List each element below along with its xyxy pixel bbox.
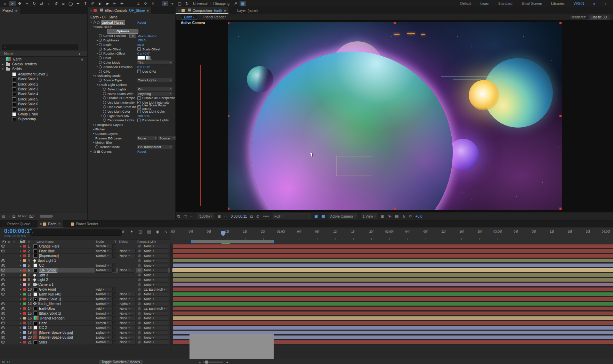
layer-label-chip[interactable] [23, 283, 26, 286]
shy-layers-icon[interactable]: ◫ [138, 229, 142, 234]
layer-row[interactable]: ▸17HazeScreen▾None▾@None▾ [0, 321, 170, 326]
stopwatch-icon[interactable] [103, 110, 106, 113]
dropdown[interactable]: Anything▾ [137, 91, 173, 96]
t-switch[interactable] [112, 312, 116, 315]
trkmat-dropdown[interactable]: None▾ [118, 325, 136, 330]
layer-name[interactable]: Earth Null (40) [39, 292, 61, 296]
timeline-tab-render-queue[interactable]: Render Queue [5, 220, 33, 227]
parent-dropdown[interactable]: None▾ [143, 316, 168, 321]
mode-dropdown[interactable]: Normal▾ [95, 292, 113, 297]
parent-pickwhip-icon[interactable]: @ [138, 288, 141, 291]
workspace-libraries[interactable]: Libraries [551, 2, 564, 6]
new-composition-icon[interactable]: ⬓ [12, 215, 15, 218]
property-value[interactable]: 0 x +0.0° [137, 65, 151, 69]
video-toggle[interactable] [0, 269, 6, 272]
video-toggle[interactable] [0, 274, 6, 276]
t-switch[interactable] [112, 244, 116, 248]
video-toggle[interactable] [0, 264, 6, 267]
timeline-button-icon[interactable]: ▤ [395, 214, 398, 219]
t-switch[interactable] [112, 292, 116, 296]
parent-pickwhip-icon[interactable]: @ [138, 297, 141, 301]
video-toggle[interactable] [0, 341, 6, 343]
property-value[interactable]: 150.0 [137, 38, 146, 42]
parent-pickwhip-icon[interactable]: @ [138, 254, 141, 258]
mode-dropdown[interactable]: Normal▾ [95, 311, 113, 316]
trkmat-dropdown[interactable]: None▾ [118, 292, 136, 297]
effect-controls-tab[interactable]: × Effect Controls OF_Shine ≡ [88, 7, 151, 14]
twirl-closed-icon[interactable]: ▸ [19, 302, 22, 305]
safe-zones-icon[interactable]: ⊞ [218, 214, 221, 219]
layer-duration-bar[interactable] [173, 244, 613, 248]
interpret-footage-icon[interactable]: ▤ [2, 215, 5, 218]
mode-dropdown[interactable]: Add▾ [95, 306, 113, 311]
video-toggle[interactable] [0, 278, 6, 281]
panel-menu-icon[interactable]: ≡ [15, 9, 17, 13]
trkmat-dropdown[interactable]: None▾ [118, 297, 136, 301]
workspace-vvs01[interactable]: VVS01 [573, 2, 584, 6]
video-toggle[interactable] [0, 331, 6, 334]
layer-name[interactable]: CC [39, 264, 44, 267]
stopwatch-icon[interactable] [103, 92, 106, 95]
t-switch[interactable] [112, 254, 116, 258]
parent-dropdown[interactable]: None▾ [143, 325, 168, 330]
draft-3d-icon[interactable]: ✦ [130, 229, 133, 234]
parent-dropdown[interactable]: None▾ [143, 249, 168, 253]
layer-duration-bar[interactable] [173, 288, 613, 291]
project-item[interactable]: Earth⋔ [0, 57, 87, 62]
project-item[interactable]: Black Solid 7 [0, 107, 87, 112]
panel-menu-icon[interactable]: ≡ [58, 222, 61, 226]
composition-canvas[interactable] [228, 22, 562, 210]
close-tab-icon[interactable]: × [178, 9, 180, 13]
comp-flowchart-icon[interactable]: ⋔ [402, 214, 405, 219]
stopwatch-icon[interactable] [99, 34, 102, 37]
parent-dropdown[interactable]: None▾ [143, 330, 168, 335]
twirl-closed-icon[interactable]: ▸ [19, 326, 22, 329]
parent-pickwhip-icon[interactable]: @ [138, 336, 141, 339]
layer-row[interactable]: ▸9Camera 1@None▾ [0, 282, 170, 287]
layer-name[interactable]: Orange Flare [39, 244, 59, 248]
t-switch[interactable] [112, 331, 116, 334]
main-monitor-icon[interactable]: ▢ [184, 214, 187, 219]
video-toggle[interactable] [0, 288, 6, 291]
mode-dropdown[interactable]: Normal▾ [95, 263, 113, 268]
shape-tool-icon[interactable]: ◯ [67, 1, 74, 6]
layer-label-chip[interactable] [23, 259, 26, 262]
graph-editor-icon[interactable]: ∿ [164, 229, 168, 234]
brush-tool-icon[interactable]: ✐ [89, 1, 96, 6]
layer-label-chip[interactable] [23, 317, 26, 319]
twirl-closed-icon[interactable]: ▸ [92, 123, 95, 126]
trkmat-dropdown[interactable]: None▾ [118, 306, 136, 311]
layer-duration-bar[interactable] [173, 283, 613, 286]
parent-pickwhip-icon[interactable]: @ [138, 278, 141, 282]
twirl-closed-icon[interactable]: ▸ [100, 114, 103, 117]
parent-dropdown[interactable]: None▾ [143, 292, 168, 297]
t-switch[interactable] [112, 297, 116, 301]
twirl-closed-icon[interactable]: ▸ [19, 312, 22, 315]
video-toggle[interactable] [0, 307, 6, 310]
layer-duration-bar[interactable] [173, 321, 613, 325]
layer-label-chip[interactable] [23, 250, 26, 252]
snap-options-icon[interactable]: ↗ [232, 1, 239, 6]
breadcrumb-planet-render[interactable]: Planet Render [203, 15, 226, 19]
current-timecode[interactable]: 0:00:00:11 [4, 228, 33, 234]
workspace-standard[interactable]: Standard [498, 2, 513, 6]
mode-dropdown[interactable]: Screen▾ [95, 249, 113, 253]
parent-dropdown[interactable]: None▾ [143, 335, 168, 340]
position-crosshair-icon[interactable]: ⊕ [129, 34, 136, 38]
parent-pickwhip-icon[interactable]: @ [138, 273, 141, 277]
twirl-closed-icon[interactable]: ▸ [96, 39, 99, 42]
comp-handle[interactable] [559, 208, 562, 210]
video-toggle[interactable] [0, 250, 6, 252]
parent-dropdown[interactable]: None▾ [143, 311, 168, 316]
t-switch[interactable] [112, 307, 116, 310]
layer-label-chip[interactable] [23, 298, 26, 300]
twirl-closed-icon[interactable]: ▸ [19, 298, 22, 300]
stopwatch-icon[interactable] [99, 56, 102, 59]
exposure-value[interactable]: +0.0 [416, 215, 422, 218]
lock-icon[interactable] [188, 9, 191, 11]
t-switch[interactable] [112, 264, 116, 267]
frame-blending-icon[interactable]: ▤ [147, 229, 151, 234]
viewer-timecode[interactable]: 0:00:00:11 [231, 215, 247, 218]
video-column-icon[interactable] [2, 241, 6, 243]
stopwatch-icon[interactable] [95, 145, 98, 148]
